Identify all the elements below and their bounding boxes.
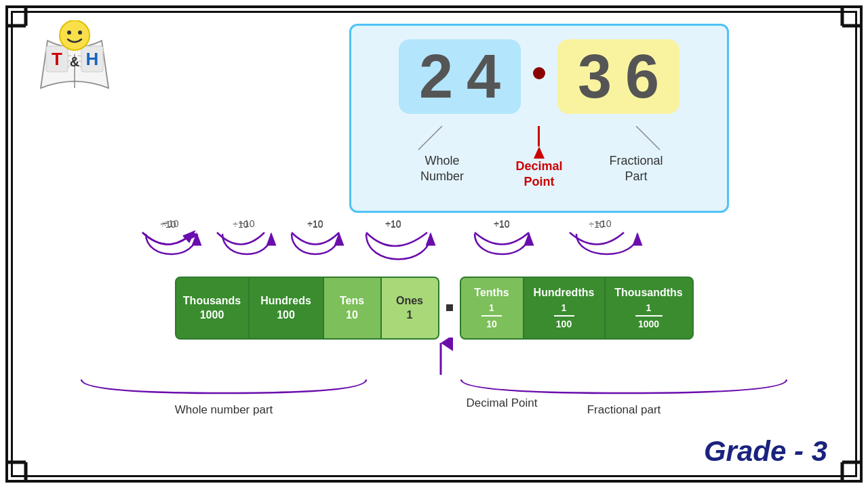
place-value-boxes: Thousands 1000 Hundreds 100 Tens 10 Ones… xyxy=(68,277,800,340)
decimal-display-section: 2 4 3 6 Whole Number xyxy=(244,17,834,213)
digit-4: 4 xyxy=(467,46,500,107)
digit-6: 6 xyxy=(625,46,659,107)
decimal-dot-chart-container xyxy=(439,277,460,340)
whole-number-box: 2 4 xyxy=(399,39,521,114)
number-row: 2 4 3 6 xyxy=(399,39,679,114)
fractional-number-box: 3 6 xyxy=(557,39,679,114)
whole-number-arrow xyxy=(415,126,469,153)
hundreds-box: Hundreds 100 xyxy=(250,277,324,340)
ones-box: Ones 1 xyxy=(382,277,439,340)
whole-number-label: Whole Number xyxy=(420,153,464,185)
svg-text:H: H xyxy=(86,49,99,69)
decimal-arrow-up xyxy=(534,146,545,159)
hundredths-box: Hundredths 1 100 xyxy=(524,277,606,340)
fractional-part-label-container: Fractional Part xyxy=(579,126,693,185)
decimal-display-box: 2 4 3 6 Whole Number xyxy=(349,24,729,213)
decimal-point-display xyxy=(533,74,545,79)
digit-2: 2 xyxy=(419,46,453,107)
thousandths-box: Thousandths 1 1000 xyxy=(606,277,694,340)
svg-text:&: & xyxy=(70,54,79,69)
svg-point-20 xyxy=(60,20,90,50)
decimal-dot-chart xyxy=(446,304,453,311)
tens-box: Tens 10 xyxy=(324,277,382,340)
grade-label: Grade - 3 xyxy=(704,435,827,468)
tenths-box: Tenths 1 10 xyxy=(460,277,524,340)
fractional-arrow xyxy=(609,126,663,153)
digit-3: 3 xyxy=(578,46,612,107)
decimal-arrow-line xyxy=(538,126,540,146)
fractional-part-label: Fractional Part xyxy=(609,153,663,185)
svg-text:T: T xyxy=(52,49,62,69)
decimal-point-label: Decimal Point xyxy=(515,159,562,190)
svg-point-22 xyxy=(78,30,82,35)
top-labels-row: Whole Number Decimal Point xyxy=(372,126,707,190)
whole-number-label-container: Whole Number xyxy=(385,126,499,185)
decimal-dot xyxy=(533,67,545,79)
logo: T & H xyxy=(27,20,122,108)
decimal-point-label-container: Decimal Point xyxy=(499,126,579,190)
svg-point-21 xyxy=(67,30,71,35)
thousands-box: Thousands 1000 xyxy=(175,277,250,340)
